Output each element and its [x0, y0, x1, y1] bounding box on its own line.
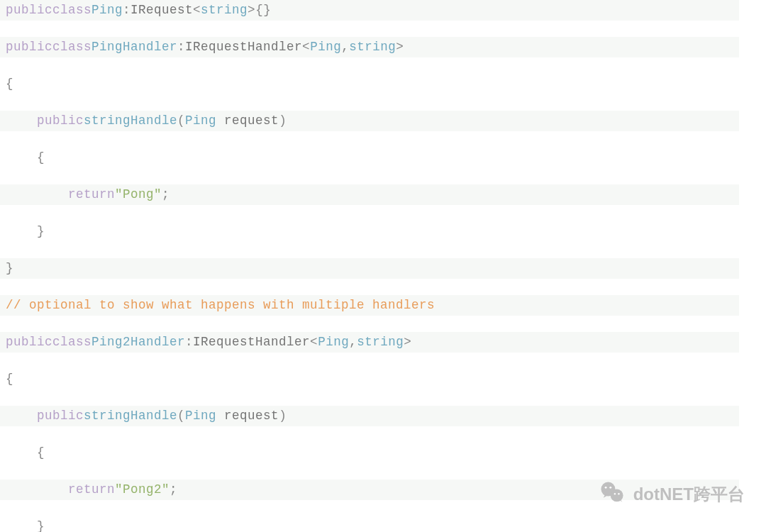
angle-close: > [396, 40, 404, 54]
type-ping: Ping [91, 3, 123, 17]
blank-line [0, 57, 739, 74]
colon: : [177, 40, 185, 54]
blank-line [0, 205, 739, 222]
blank-line [0, 316, 739, 333]
type-ping2handler: Ping2Handler [91, 335, 185, 349]
space [216, 409, 224, 423]
blank-line [0, 353, 739, 370]
code-line: { [0, 369, 739, 389]
type-string: string [201, 3, 248, 17]
colon: : [123, 3, 131, 17]
angle-open: < [193, 3, 201, 17]
method-handle: Handle [131, 409, 177, 423]
code-line: publicclassPingHandler:IRequestHandler<P… [0, 37, 739, 57]
type-string: string [84, 409, 131, 423]
angle-close: > [248, 3, 255, 17]
keyword-return: return [68, 187, 115, 201]
comma: , [341, 40, 349, 54]
indent [6, 187, 68, 201]
angle-open: < [310, 335, 318, 349]
indent [6, 482, 68, 497]
paren-close: ) [279, 113, 287, 128]
semicolon: ; [170, 482, 177, 497]
type-ping: Ping [185, 113, 216, 128]
indent [6, 224, 37, 238]
brace-open: { [6, 372, 13, 386]
keyword-public: public [6, 3, 52, 17]
colon: : [185, 335, 193, 349]
code-line: { [0, 74, 739, 94]
code-line: publicclassPing:IRequest<string>{} [0, 0, 739, 21]
brace-close: } [263, 3, 271, 17]
blank-line [0, 279, 739, 296]
code-block: publicclassPing:IRequest<string>{} publi… [0, 0, 739, 532]
brace-close: } [6, 261, 13, 275]
paren-close: ) [279, 409, 287, 423]
code-line: } [0, 516, 739, 532]
type-ping: Ping [318, 335, 349, 349]
code-line: { [0, 148, 739, 168]
keyword-public: public [6, 335, 52, 349]
indent [6, 445, 37, 460]
paren-open: ( [177, 113, 185, 128]
brace-close: } [37, 224, 45, 238]
type-string: string [84, 113, 131, 128]
paren-open: ( [177, 409, 185, 423]
code-line: } [0, 221, 739, 242]
method-handle: Handle [131, 113, 177, 128]
angle-close: > [404, 335, 411, 349]
brace-close: } [37, 519, 45, 532]
string-quote: " [162, 482, 170, 497]
code-line: publicclassPing2Handler:IRequestHandler<… [0, 332, 739, 353]
param-request: request [224, 113, 279, 128]
keyword-class: class [52, 335, 91, 349]
blank-line [0, 168, 739, 185]
indent [6, 113, 37, 128]
type-string: string [349, 40, 396, 54]
keyword-public: public [37, 409, 84, 423]
blank-line [0, 94, 739, 111]
brace-open: { [6, 77, 13, 91]
blank-line [0, 500, 739, 517]
indent [6, 519, 37, 532]
angle-open: < [302, 40, 310, 54]
blank-line [0, 426, 739, 443]
keyword-public: public [6, 40, 52, 54]
string-pong2: Pong2 [123, 482, 162, 497]
semicolon: ; [162, 187, 170, 201]
keyword-return: return [68, 482, 115, 497]
code-line: { [0, 443, 739, 463]
param-request: request [224, 409, 279, 423]
code-line: } [0, 258, 739, 279]
keyword-class: class [52, 3, 91, 17]
blank-line [0, 389, 739, 406]
type-ping: Ping [310, 40, 341, 54]
string-quote: " [115, 482, 123, 497]
code-line: publicstringHandle(Ping request) [0, 406, 739, 426]
brace-open: { [255, 3, 263, 17]
blank-line [0, 21, 739, 38]
blank-line [0, 463, 739, 480]
brace-open: { [37, 445, 45, 460]
type-irequesthandler: IRequestHandler [193, 335, 310, 349]
keyword-public: public [37, 113, 84, 128]
string-quote: " [154, 187, 162, 201]
comma: , [349, 335, 357, 349]
type-ping: Ping [185, 409, 216, 423]
comment-multiple-handlers: // optional to show what happens with mu… [6, 298, 435, 312]
blank-line [0, 242, 739, 259]
brace-open: { [37, 150, 45, 165]
type-irequesthandler: IRequestHandler [185, 40, 302, 54]
type-irequest: IRequest [131, 3, 193, 17]
code-line: // optional to show what happens with mu… [0, 295, 739, 316]
indent [6, 150, 37, 165]
type-pinghandler: PingHandler [91, 40, 177, 54]
string-pong: Pong [123, 187, 154, 201]
code-line: return"Pong2"; [0, 480, 739, 500]
code-line: publicstringHandle(Ping request) [0, 111, 739, 131]
blank-line [0, 131, 739, 148]
string-quote: " [115, 187, 123, 201]
space [216, 113, 224, 128]
indent [6, 409, 37, 423]
code-line: return"Pong"; [0, 184, 739, 205]
